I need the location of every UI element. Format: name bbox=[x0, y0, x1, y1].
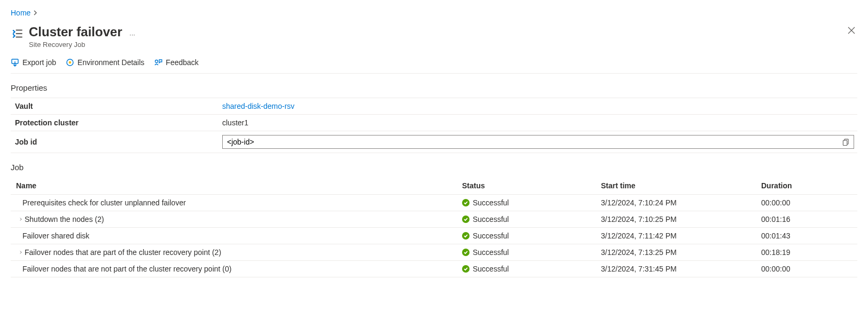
job-step-start: 3/12/2024, 7:11:42 PM bbox=[601, 232, 761, 240]
protection-cluster-value: cluster1 bbox=[222, 118, 854, 127]
close-button[interactable] bbox=[846, 25, 857, 36]
job-step-duration: 00:01:43 bbox=[761, 232, 857, 240]
job-id-label: Job id bbox=[14, 138, 222, 146]
col-duration-header: Duration bbox=[761, 181, 857, 190]
table-row: Failover shared diskSuccessful3/12/2024,… bbox=[11, 228, 857, 244]
job-heading: Job bbox=[11, 163, 857, 172]
environment-details-label: Environment Details bbox=[77, 58, 144, 67]
job-step-duration: 00:18:19 bbox=[761, 248, 857, 257]
job-step-duration: 00:00:00 bbox=[761, 265, 857, 273]
vault-label: Vault bbox=[14, 102, 222, 110]
success-icon bbox=[462, 232, 470, 240]
table-row: Failover nodes that are not part of the … bbox=[11, 261, 857, 277]
feedback-button[interactable]: Feedback bbox=[154, 58, 198, 67]
job-step-duration: 00:01:16 bbox=[761, 215, 857, 224]
feedback-icon bbox=[154, 58, 162, 67]
col-name-header: Name bbox=[11, 181, 462, 190]
job-id-field[interactable] bbox=[225, 138, 840, 146]
job-step-start: 3/12/2024, 7:10:25 PM bbox=[601, 215, 761, 224]
copy-button[interactable] bbox=[840, 136, 851, 148]
job-step-status: Successful bbox=[473, 198, 509, 207]
vault-link[interactable]: shared-disk-demo-rsv bbox=[222, 102, 294, 110]
feedback-label: Feedback bbox=[166, 58, 198, 67]
job-step-status: Successful bbox=[473, 215, 509, 224]
job-step-name: Failover nodes that are part of the clus… bbox=[25, 248, 221, 257]
col-status-header: Status bbox=[462, 181, 601, 190]
export-icon bbox=[11, 58, 19, 67]
success-icon bbox=[462, 249, 470, 256]
export-job-button[interactable]: Export job bbox=[11, 58, 56, 67]
success-icon bbox=[462, 216, 470, 223]
job-step-name: Shutdown the nodes (2) bbox=[25, 215, 104, 224]
chevron-right-icon[interactable] bbox=[16, 216, 22, 222]
job-step-status: Successful bbox=[473, 265, 509, 273]
table-row: Prerequisites check for cluster unplanne… bbox=[11, 195, 857, 211]
breadcrumb: Home bbox=[11, 9, 857, 17]
job-step-name: Failover shared disk bbox=[22, 232, 89, 240]
job-step-name: Failover nodes that are not part of the … bbox=[22, 265, 231, 273]
properties-heading: Properties bbox=[11, 83, 857, 92]
job-step-status: Successful bbox=[473, 232, 509, 240]
job-step-name: Prerequisites check for cluster unplanne… bbox=[22, 198, 186, 207]
page-title: Cluster failover bbox=[29, 25, 122, 39]
job-step-start: 3/12/2024, 7:10:24 PM bbox=[601, 198, 761, 207]
page-header: Cluster failover ··· Site Recovery Job bbox=[11, 25, 857, 49]
job-step-status: Successful bbox=[473, 248, 509, 257]
export-job-label: Export job bbox=[22, 58, 56, 67]
more-button[interactable]: ··· bbox=[129, 30, 135, 38]
environment-details-button[interactable]: Environment Details bbox=[66, 58, 144, 67]
toolbar: Export job Environment Details Feedback bbox=[11, 58, 857, 74]
protection-cluster-label: Protection cluster bbox=[14, 118, 222, 127]
success-icon bbox=[462, 265, 470, 273]
job-table-header: Name Status Start time Duration bbox=[11, 177, 857, 195]
svg-point-5 bbox=[69, 61, 71, 63]
breadcrumb-home[interactable]: Home bbox=[11, 9, 30, 17]
table-row: Failover nodes that are part of the clus… bbox=[11, 244, 857, 261]
job-step-duration: 00:00:00 bbox=[761, 198, 857, 207]
col-start-header: Start time bbox=[601, 181, 761, 190]
job-icon bbox=[11, 27, 25, 41]
chevron-right-icon[interactable] bbox=[16, 249, 22, 256]
environment-icon bbox=[66, 58, 74, 67]
job-table: Name Status Start time Duration Prerequi… bbox=[11, 177, 857, 277]
job-step-start: 3/12/2024, 7:31:45 PM bbox=[601, 265, 761, 273]
job-step-start: 3/12/2024, 7:13:25 PM bbox=[601, 248, 761, 257]
svg-rect-8 bbox=[843, 140, 847, 145]
page-subtitle: Site Recovery Job bbox=[29, 41, 135, 49]
success-icon bbox=[462, 199, 470, 206]
table-row: Shutdown the nodes (2)Successful3/12/202… bbox=[11, 211, 857, 228]
properties-table: Vault shared-disk-demo-rsv Protection cl… bbox=[11, 98, 857, 153]
chevron-right-icon bbox=[33, 9, 38, 17]
svg-point-6 bbox=[155, 60, 158, 63]
